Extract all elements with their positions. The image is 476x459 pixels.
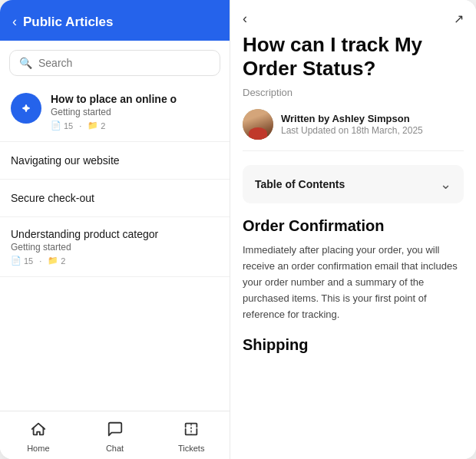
article-featured-title: How to place an online o	[51, 93, 219, 105]
back-arrow-icon[interactable]: ‹	[12, 14, 17, 30]
right-panel: ‹ ↗ How can I track My Order Status? Des…	[230, 0, 476, 459]
article-description-label: Description	[243, 87, 464, 98]
article-featured-info: How to place an online o Getting started…	[51, 93, 219, 130]
search-bar[interactable]: 🔍	[9, 50, 220, 76]
avatar-image	[243, 109, 273, 140]
right-content: How can I track My Order Status? Descrip…	[230, 33, 476, 459]
meta-articles: 📄 15	[51, 121, 73, 130]
search-icon: 🔍	[19, 57, 32, 69]
nav-item-tickets[interactable]: Tickets	[153, 418, 230, 456]
home-icon	[30, 421, 47, 441]
nav-item-home[interactable]: Home	[0, 418, 77, 456]
nav-label-home: Home	[27, 444, 49, 453]
list-item[interactable]: Understanding product categor Getting st…	[0, 217, 230, 277]
avatar	[243, 109, 273, 140]
article-featured-meta: 📄 15 · 📁 2	[51, 121, 219, 130]
chevron-down-icon: ⌄	[440, 176, 451, 193]
article-list: How to place an online o Getting started…	[0, 82, 230, 411]
right-top-bar: ‹ ↗	[230, 0, 476, 33]
nav-item-chat[interactable]: Chat	[77, 418, 154, 456]
left-panel-title: Public Articles	[23, 15, 113, 30]
meta-folders: 📁 2	[48, 256, 65, 266]
section-text-order-confirmation: Immediately after placing your order, yo…	[243, 243, 464, 322]
article-featured-subtitle: Getting started	[51, 107, 219, 117]
toc-label: Table of Contents	[255, 178, 345, 190]
list-item[interactable]: Secure check-out	[0, 180, 230, 217]
section-title-order-confirmation: Order Confirmation	[243, 217, 464, 235]
author-info: Written by Ashley Simpson Last Updated o…	[281, 113, 423, 136]
doc-icon: 📄	[11, 256, 21, 266]
author-name: Written by Ashley Simpson	[281, 113, 423, 124]
article-bottom-subtitle: Getting started	[11, 242, 219, 253]
search-input[interactable]	[38, 57, 210, 69]
list-item[interactable]: Navigating our website	[0, 142, 230, 180]
toc-box[interactable]: Table of Contents ⌄	[243, 165, 464, 203]
app-container: ‹ Public Articles 🔍 How to place an onli…	[0, 0, 476, 459]
tickets-icon	[183, 421, 200, 441]
author-row: Written by Ashley Simpson Last Updated o…	[243, 109, 464, 151]
article-bottom-title: Understanding product categor	[11, 228, 219, 240]
list-item[interactable]: How to place an online o Getting started…	[0, 82, 230, 142]
section-title-shipping: Shipping	[243, 336, 464, 354]
chat-icon	[107, 421, 124, 441]
folder-icon: 📁	[48, 256, 58, 266]
expand-icon[interactable]: ↗	[454, 12, 464, 26]
author-updated: Last Updated on 18th March, 2025	[281, 125, 423, 136]
nav-label-tickets: Tickets	[178, 444, 204, 453]
left-panel: ‹ Public Articles 🔍 How to place an onli…	[0, 0, 230, 459]
left-header: ‹ Public Articles	[0, 0, 230, 41]
svg-point-1	[24, 106, 28, 111]
doc-icon: 📄	[51, 121, 61, 130]
right-back-button[interactable]: ‹	[243, 11, 247, 27]
article-main-title: How can I track My Order Status?	[243, 33, 464, 81]
meta-folders: 📁 2	[88, 121, 105, 130]
article-bottom-meta: 📄 15 · 📁 2	[11, 256, 219, 266]
folder-icon: 📁	[88, 121, 98, 130]
nav-label-chat: Chat	[106, 444, 124, 453]
bottom-nav: Home Chat Tickets	[0, 411, 230, 459]
meta-articles: 📄 15	[11, 256, 33, 266]
article-icon	[11, 93, 41, 124]
